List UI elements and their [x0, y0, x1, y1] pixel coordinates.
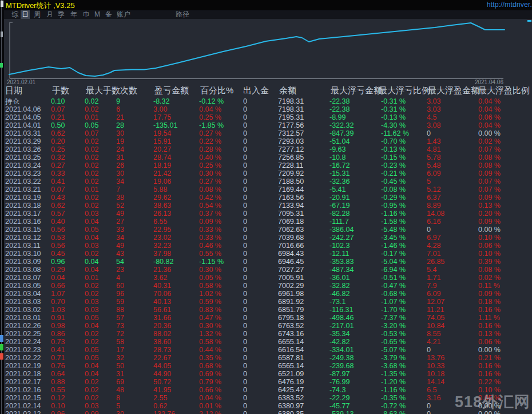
table-cell: -0.17 % [381, 250, 427, 258]
table-cell: -0.53 % [381, 330, 427, 338]
menu-item-6[interactable]: 巾 [82, 10, 91, 19]
menu-item-0[interactable]: 综 [10, 10, 19, 19]
table-header-row: 日期手数最大手数次数盈亏金额百分比%出入金余额最大浮亏金额最大浮亏比例最大浮盈金… [4, 85, 532, 96]
table-cell: 0.10 % [478, 250, 531, 258]
table-cell: 0.07 % [478, 186, 531, 194]
table-row[interactable]: 2021.04.010.500.0528-135.01-1.85 %07177.… [4, 121, 532, 129]
menu-item-3[interactable]: 月 [45, 10, 54, 19]
table-cell: -22.38 [329, 97, 381, 105]
table-cell: -1.16 % [381, 210, 427, 218]
table-cell: 2021.02.12 [4, 410, 51, 414]
table-row[interactable]: 2021.03.170.570.034926.130.37 %07095.31-… [4, 210, 532, 218]
table-cell: 0.27 % [199, 178, 243, 186]
menu-item-path[interactable]: 路径 [174, 10, 190, 19]
menu-item-2[interactable]: 周 [33, 10, 42, 19]
table-cell: 73 [116, 322, 153, 330]
table-row[interactable]: 2021.02.240.730.025838.600.58 %06655.14-… [4, 338, 532, 346]
table-row[interactable]: 2021.04.050.210.012117.750.25 %07195.31-… [4, 113, 532, 121]
menu-item-4[interactable]: 季 [57, 10, 66, 19]
table-row[interactable]: 2021.03.250.320.023128.740.40 %07256.85-… [4, 153, 532, 161]
table-row[interactable]: 2021.03.010.910.055731.660.47 %06795.18-… [4, 314, 532, 322]
table-cell: -0.31 % [381, 105, 427, 113]
table-cell: 7198.31 [278, 97, 329, 105]
table-cell: 6587.81 [278, 354, 329, 362]
table-row[interactable]: 2021.02.220.710.053222.670.35 %06587.81-… [4, 354, 532, 362]
table-cell: 17 [116, 346, 153, 354]
table-row[interactable]: 2021.03.190.430.023829.620.42 %07163.56-… [4, 194, 532, 202]
table-cell: 15.91 [153, 137, 199, 145]
table-cell: 0.08 % [478, 161, 531, 169]
table-row[interactable]: 2021.03.220.410.023419.060.27 %07188.50-… [4, 178, 532, 186]
table-row[interactable]: 2021.03.120.530.043423.020.33 %07039.68-… [4, 234, 532, 242]
table-cell: 26 [116, 161, 153, 169]
table-row[interactable]: 2021.03.210.070.0175.880.08 %07169.44-5.… [4, 186, 532, 194]
table-row[interactable]: 持仓0.100.029-8.32-0.12 %07198.31-22.38-0.… [4, 97, 532, 105]
table-cell: 0.02 [85, 161, 116, 169]
table-row[interactable]: 2021.03.260.250.022420.270.28 %07277.12-… [4, 145, 532, 153]
table-cell: 0.04 % [478, 121, 531, 129]
table-cell: -0.23 % [381, 161, 427, 169]
table-cell: 34 [116, 234, 153, 242]
table-cell: -15.31 [329, 169, 381, 178]
table-cell: 1.11 % [478, 314, 531, 322]
table-row[interactable]: 2021.03.150.560.053322.950.33 %07062.63-… [4, 226, 532, 234]
table-row[interactable]: 2021.02.140.100.0350.620.01 %06380.97-45… [4, 402, 532, 410]
table-row[interactable]: 2021.03.090.960.0454-80.82-1.15 %06946.4… [4, 258, 532, 266]
table-cell: 0.44 % [199, 346, 243, 354]
table-cell: -12.11 [329, 250, 381, 258]
table-cell: 0 [243, 186, 278, 194]
menu-item-1[interactable]: 日 [21, 10, 30, 19]
menu-item-8[interactable]: 备 [104, 10, 113, 19]
table-row[interactable]: 2021.02.170.880.026950.720.79 %06476.19-… [4, 378, 532, 386]
table-cell: 7209.92 [278, 169, 329, 178]
table-row[interactable]: 2021.03.160.400.04276.550.09 %07069.18-1… [4, 218, 532, 226]
table-row[interactable]: 2021.03.100.450.024337.980.55 %06984.43-… [4, 250, 532, 258]
table-cell: 1.03 [51, 306, 85, 314]
table-row[interactable]: 2021.02.120.960.0930132.762.12 %06380.35… [4, 410, 532, 414]
table-row[interactable]: 2021.02.190.760.045044.050.68 %06565.14-… [4, 362, 532, 370]
table-row[interactable]: 2021.03.080.290.042321.360.30 %07027.27-… [4, 266, 532, 274]
table-row[interactable]: 2021.03.021.030.038856.610.83 %06851.79-… [4, 306, 532, 314]
table-cell: -4.30 % [381, 121, 427, 129]
table-row[interactable]: 2021.03.041.070.029670.061.02 %06961.98-… [4, 290, 532, 298]
table-row[interactable]: 2021.02.180.640.043144.900.69 %06521.09-… [4, 370, 532, 378]
table-cell: 0 [243, 290, 278, 298]
table-row[interactable]: 2021.03.290.200.021915.910.22 %07293.03-… [4, 137, 532, 145]
menu-item-5[interactable]: 年 [69, 10, 78, 19]
table-row[interactable]: 2021.02.250.860.027288.021.32 %06743.16-… [4, 330, 532, 338]
table-row[interactable]: 2021.03.110.560.034932.230.46 %07016.66-… [4, 242, 532, 250]
table-cell: 0 [243, 113, 278, 121]
table-cell: 0.05 [85, 346, 116, 354]
table-cell: -3.79 % [381, 354, 427, 362]
table-cell: -249.38 [329, 354, 381, 362]
table-row[interactable]: 2021.02.160.550.024841.950.66 %06425.47-… [4, 386, 532, 394]
table-row[interactable]: 2021.03.030.700.035940.130.59 %06891.92-… [4, 298, 532, 306]
table-cell: 41.95 [153, 386, 199, 394]
menu-item-9[interactable]: 账户 [116, 10, 132, 19]
table-row[interactable]: 2021.04.060.070.0263.000.04 %07198.31-22… [4, 105, 532, 113]
table-row[interactable]: 2021.03.240.270.022618.190.25 %07228.11-… [4, 161, 532, 169]
table-cell: 74.05 [427, 314, 478, 322]
menu-item-7[interactable]: M [93, 10, 101, 19]
table-row[interactable]: 2021.03.070.040.0143.620.05 %07005.91-36… [4, 274, 532, 282]
table-row[interactable]: 2021.02.260.980.047320.360.30 %06763.52-… [4, 322, 532, 330]
table-row[interactable]: 2021.03.310.620.073019.540.27 %07312.57-… [4, 129, 532, 137]
table-cell: -111.7 [329, 218, 381, 226]
table-cell: 0 [243, 258, 278, 266]
table-row[interactable]: 2021.03.230.330.023021.420.30 %07209.92-… [4, 169, 532, 178]
table-cell: -87.97 [329, 370, 381, 378]
table-cell: 2.55 [153, 394, 199, 402]
table-cell: 0 [243, 169, 278, 178]
table-cell: 1.07 [51, 290, 85, 298]
table-cell: 49 [116, 242, 153, 250]
table-cell: 1.43 [427, 137, 478, 145]
column-header-5: 出入金 [243, 85, 269, 96]
site-url-link[interactable]: http://mtdriver. [487, 1, 532, 9]
table-cell: -32.82 [329, 282, 381, 290]
table-row[interactable]: 2021.03.050.660.026040.310.58 %07002.29-… [4, 282, 532, 290]
table-row[interactable]: 2021.03.180.620.025238.630.54 %07133.94-… [4, 202, 532, 210]
table-cell: 0.32 [51, 153, 85, 161]
table-row[interactable]: 2021.02.230.410.051728.730.44 %06616.54-… [4, 346, 532, 354]
table-row[interactable]: 2021.02.150.120.0282.550.04 %06383.52-22… [4, 394, 532, 402]
table-cell: 0 [243, 378, 278, 386]
